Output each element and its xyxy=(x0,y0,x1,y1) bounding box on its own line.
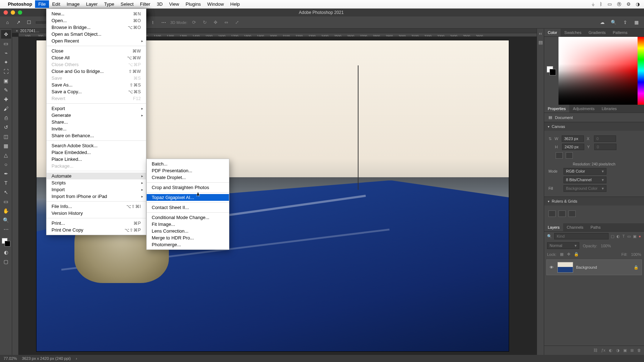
file-menu-item[interactable]: Generate xyxy=(47,112,146,119)
new-layer-icon[interactable]: ⊞ xyxy=(630,348,634,353)
layers-filter-input[interactable] xyxy=(554,233,609,239)
automate-menu-item[interactable]: Create Droplet... xyxy=(147,174,229,181)
link-layers-icon[interactable]: ⛓ xyxy=(594,348,597,353)
color-mode-select[interactable]: RGB Color xyxy=(564,168,606,175)
landscape-button[interactable] xyxy=(566,152,573,159)
ruler-btn[interactable] xyxy=(548,210,556,217)
zoom-tool[interactable]: 🔍 xyxy=(1,216,11,224)
automate-menu-item[interactable]: Topaz Gigapixel AI... xyxy=(147,194,229,201)
hand-tool[interactable]: ✋ xyxy=(1,207,11,215)
link-wh-icon[interactable]: ⇅ xyxy=(548,137,552,141)
expand-panels-icon[interactable]: ‹‹ xyxy=(539,31,542,36)
opacity-value[interactable]: 100% xyxy=(601,244,611,248)
canvas-height[interactable]: 2420 px xyxy=(562,144,584,150)
hue-strip[interactable] xyxy=(638,37,644,105)
search-icon[interactable]: 🔍 xyxy=(610,19,618,26)
filter-smart-icon[interactable]: ▣ xyxy=(633,233,636,239)
layer-thumbnail[interactable] xyxy=(557,262,573,273)
file-menu-item[interactable]: Close All⌥⌘W xyxy=(47,54,146,61)
tab-channels[interactable]: Channels xyxy=(563,223,587,231)
eraser-tool[interactable]: ◫ xyxy=(1,132,11,141)
zoom-level[interactable]: 77.02% xyxy=(4,356,17,361)
status-arrow-icon[interactable]: › xyxy=(76,356,77,361)
pen-tool[interactable]: ✒ xyxy=(1,169,11,178)
tab-adjustments[interactable]: Adjustments xyxy=(569,105,598,113)
file-menu-item[interactable]: File Info...⌥⇧⌘I xyxy=(47,203,146,210)
file-menu-item[interactable]: Share... xyxy=(47,119,146,125)
quick-mask-icon[interactable]: ◐ xyxy=(1,248,11,257)
fx-icon[interactable]: ƒx xyxy=(601,348,605,353)
automate-menu-item[interactable]: Photomerge... xyxy=(147,241,229,248)
dodge-tool[interactable]: ○ xyxy=(1,160,11,169)
3d-roll-icon[interactable]: ↻ xyxy=(201,19,209,26)
file-menu-item[interactable]: Print...⌘P xyxy=(47,220,146,227)
window-close-button[interactable] xyxy=(4,10,8,15)
file-menu-item[interactable]: New...⌘N xyxy=(47,10,146,17)
menu-select[interactable]: Select xyxy=(117,0,137,8)
3d-slide-icon[interactable]: ⇔ xyxy=(223,19,230,26)
app-name[interactable]: Photoshop xyxy=(8,1,32,7)
bluetooth-icon[interactable]: ᛒ xyxy=(600,1,602,7)
file-menu-item[interactable]: Share on Behance... xyxy=(47,132,146,139)
blur-tool[interactable]: △ xyxy=(1,151,11,159)
more-icon[interactable]: ⋯ xyxy=(160,19,167,26)
mask-icon[interactable]: ◐ xyxy=(609,348,613,353)
file-menu-item[interactable]: Open as Smart Object... xyxy=(47,31,146,38)
screen-mode-icon[interactable]: ▢ xyxy=(1,257,11,266)
automate-menu-item[interactable]: Batch... xyxy=(147,160,229,167)
file-menu-item[interactable]: Save a Copy...⌥⌘S xyxy=(47,88,146,95)
tab-properties[interactable]: Properties xyxy=(544,105,569,113)
ruler-vertical[interactable] xyxy=(12,37,19,355)
file-menu-item[interactable]: Place Embedded... xyxy=(47,149,146,156)
file-menu-item[interactable]: Browse in Bridge...⌥⌘O xyxy=(47,24,146,31)
file-menu-item[interactable]: Version History xyxy=(47,210,146,217)
automate-menu-item[interactable]: Conditional Mode Change... xyxy=(147,214,229,221)
fill-select[interactable]: Background Color xyxy=(564,185,606,192)
menu-image[interactable]: Image xyxy=(63,0,83,8)
window-maximize-button[interactable] xyxy=(18,10,22,15)
crop-tool[interactable]: ⛶ xyxy=(1,67,11,76)
distribute-spacing-icon[interactable]: ⫶ xyxy=(149,19,157,26)
file-menu-item[interactable]: Close and Go to Bridge...⇧⌘W xyxy=(47,68,146,75)
file-menu-item[interactable]: Save As...⇧⌘S xyxy=(47,81,146,88)
file-menu-item[interactable]: Place Linked... xyxy=(47,156,146,163)
menu-type[interactable]: Type xyxy=(101,0,117,8)
lasso-tool[interactable]: ⌁ xyxy=(1,49,11,57)
path-tool[interactable]: ↖ xyxy=(1,188,11,197)
window-minimize-button[interactable] xyxy=(11,10,15,15)
file-menu-item[interactable]: Import xyxy=(47,186,146,193)
file-menu-item[interactable]: Close⌘W xyxy=(47,48,146,54)
brush-tool[interactable]: 🖌 xyxy=(1,104,11,113)
doc-dimensions[interactable]: 3623 px x 2420 px (240 ppi) xyxy=(22,356,70,361)
file-menu-item[interactable]: Print One Copy⌥⇧⌘P xyxy=(47,227,146,233)
spotlight-icon[interactable]: ⦿ xyxy=(617,1,621,7)
delete-layer-icon[interactable]: 🗑 xyxy=(637,348,641,353)
tab-layers[interactable]: Layers xyxy=(544,223,563,231)
menu-help[interactable]: Help xyxy=(227,0,243,8)
color-spectrum[interactable] xyxy=(558,37,638,105)
layer-lock-icon[interactable]: 🔒 xyxy=(634,265,639,270)
file-menu-item[interactable]: Open...⌘O xyxy=(47,17,146,24)
menu-file[interactable]: File xyxy=(35,0,49,8)
guides-btn[interactable] xyxy=(569,210,576,217)
frame-tool[interactable]: ▣ xyxy=(1,76,11,85)
automate-menu-item[interactable]: Crop and Straighten Photos xyxy=(147,184,229,191)
layer-visibility-icon[interactable]: 👁 xyxy=(550,265,555,269)
foreground-background-swatch[interactable] xyxy=(1,237,11,247)
file-menu-item[interactable]: Import from iPhone or iPad xyxy=(47,193,146,200)
stamp-tool[interactable]: ⎙ xyxy=(1,114,11,122)
filter-toggle-icon[interactable]: ● xyxy=(639,233,641,239)
tab-color[interactable]: Color xyxy=(544,29,561,36)
automate-menu-item[interactable]: PDF Presentation... xyxy=(147,167,229,174)
canvas-x[interactable]: 0 xyxy=(594,135,616,142)
filter-type-icon[interactable]: T xyxy=(622,233,625,239)
menu-layer[interactable]: Layer xyxy=(83,0,101,8)
history-brush-tool[interactable]: ↺ xyxy=(1,123,11,132)
menu-edit[interactable]: Edit xyxy=(49,0,63,8)
canvas-section-header[interactable]: Canvas xyxy=(544,122,644,131)
type-tool[interactable]: T xyxy=(1,179,11,187)
tab-close-icon[interactable]: × xyxy=(16,29,18,33)
3d-pan-icon[interactable]: ✥ xyxy=(212,19,220,26)
file-menu-item[interactable]: Automate xyxy=(47,173,146,179)
portrait-button[interactable] xyxy=(556,152,563,159)
